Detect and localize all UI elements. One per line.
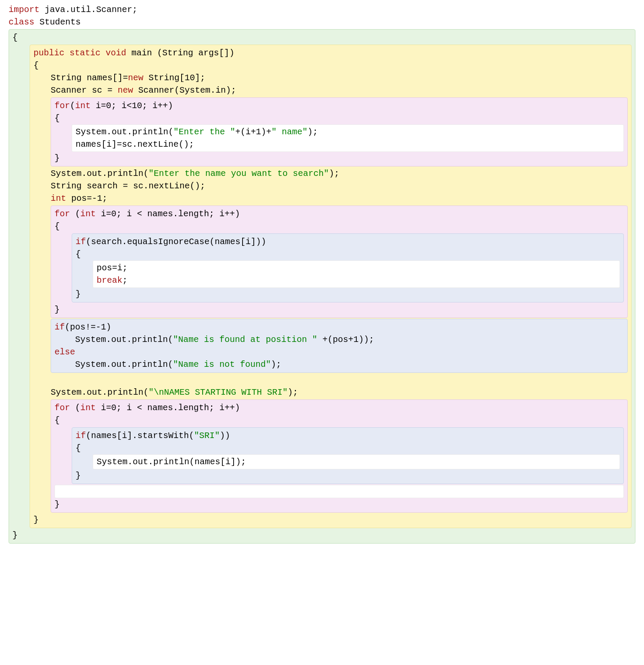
method-inner: String names[]=new String[10]; Scanner s… [51,72,628,97]
for-block-2: for (int i=0; i < names.length; i++) { i… [51,206,628,318]
code-line: } [33,514,628,526]
method-inner: System.out.println("Enter the name you w… [51,167,628,205]
code-block: import java.util.Scanner; class Students… [0,0,644,548]
code-line: } [55,498,624,511]
code-line: public static void main (String args[]) [33,47,628,59]
code-line: System.out.println("\nNAMES STARTING WIT… [51,386,628,399]
code-line: } [55,303,624,316]
code-line: class Students [9,16,635,28]
code-line: break; [97,274,616,287]
method-inner: System.out.println("\nNAMES STARTING WIT… [51,374,628,399]
code-line: { [55,112,624,124]
code-line: { [12,31,632,44]
if-body-search: pos=i; break; [93,260,620,288]
if-else-block: if(pos!=-1) System.out.println("Name is … [51,319,628,373]
code-line: names[i]=sc.nextLine(); [76,138,620,151]
code-line: System.out.println("Enter the "+(i+1)+" … [76,126,620,138]
code-line: for(int i=0; i<10; i++) [55,100,624,112]
code-line: pos=i; [97,262,616,274]
code-line: if(names[i].startsWith("SRI")) [76,429,620,442]
code-line: int pos=-1; [51,192,628,205]
code-line: } [12,529,632,541]
code-line: System.out.println("Name is not found"); [55,358,624,371]
code-line: String names[]=new String[10]; [51,72,628,84]
code-line: String search = sc.nextLine(); [51,180,628,192]
code-line: { [76,248,620,260]
code-line: { [33,59,628,72]
code-line: if(search.equalsIgnoreCase(names[i])) [76,236,620,248]
code-line: } [76,288,620,300]
if-block-search: if(search.equalsIgnoreCase(names[i])) { … [72,233,624,302]
code-line: for (int i=0; i < names.length; i++) [55,402,624,414]
code-line: { [55,220,624,233]
for-block-3: for (int i=0; i < names.length; i++) { i… [51,399,628,513]
code-line: } [55,152,624,164]
method-body-block: public static void main (String args[]) … [30,45,632,528]
class-body-block: { public static void main (String args[]… [9,29,635,544]
code-line: import java.util.Scanner; [9,3,635,16]
code-line [51,374,628,386]
for-block-1: for(int i=0; i<10; i++) { System.out.pri… [51,97,628,166]
code-line: if(pos!=-1) [55,321,624,333]
code-line: } [76,469,620,482]
code-line: Scanner sc = new Scanner(System.in); [51,84,628,97]
for-body-1: System.out.println("Enter the "+(i+1)+" … [72,124,624,152]
if-body-sri: System.out.println(names[i]); [93,454,620,469]
code-line: System.out.println("Enter the name you w… [51,167,628,180]
code-line: System.out.println("Name is found at pos… [55,333,624,346]
empty-row [55,485,624,498]
code-line: System.out.println(names[i]); [97,456,616,468]
code-line: { [76,442,620,454]
code-line: { [55,414,624,426]
if-block-sri: if(names[i].startsWith("SRI")) { System.… [72,427,624,484]
code-line: else [55,346,624,358]
code-line: for (int i=0; i < names.length; i++) [55,208,624,220]
